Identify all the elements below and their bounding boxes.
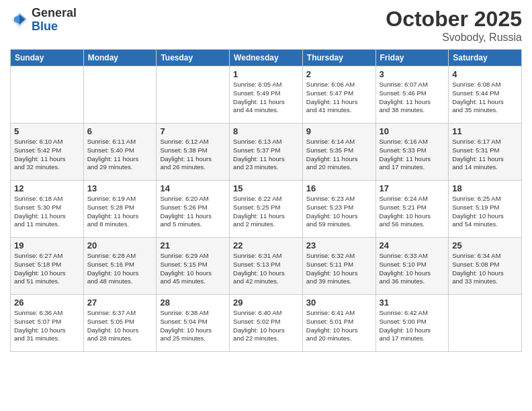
table-row: 20Sunrise: 6:28 AM Sunset: 5:16 PM Dayli… [83, 238, 157, 295]
day-info: Sunrise: 6:17 AM Sunset: 5:31 PM Dayligh… [452, 138, 518, 172]
location-subtitle: Svobody, Russia [386, 32, 522, 44]
day-number: 22 [233, 240, 299, 250]
calendar-week-row: 12Sunrise: 6:18 AM Sunset: 5:30 PM Dayli… [11, 181, 522, 238]
calendar-header-row: Sunday Monday Tuesday Wednesday Thursday… [11, 50, 522, 66]
calendar-week-row: 5Sunrise: 6:10 AM Sunset: 5:42 PM Daylig… [11, 124, 522, 181]
col-friday: Friday [375, 50, 449, 66]
table-row: 9Sunrise: 6:14 AM Sunset: 5:35 PM Daylig… [302, 124, 375, 181]
calendar-table: Sunday Monday Tuesday Wednesday Thursday… [10, 49, 522, 352]
day-info: Sunrise: 6:12 AM Sunset: 5:38 PM Dayligh… [160, 138, 226, 172]
table-row: 21Sunrise: 6:29 AM Sunset: 5:15 PM Dayli… [157, 238, 230, 295]
day-number: 23 [306, 240, 372, 250]
table-row: 24Sunrise: 6:33 AM Sunset: 5:10 PM Dayli… [375, 238, 449, 295]
day-info: Sunrise: 6:32 AM Sunset: 5:11 PM Dayligh… [306, 252, 372, 286]
day-info: Sunrise: 6:41 AM Sunset: 5:01 PM Dayligh… [306, 309, 372, 343]
day-number: 3 [380, 69, 445, 79]
day-info: Sunrise: 6:07 AM Sunset: 5:46 PM Dayligh… [380, 81, 445, 115]
table-row: 26Sunrise: 6:36 AM Sunset: 5:07 PM Dayli… [11, 295, 84, 352]
day-number: 15 [233, 183, 299, 193]
day-info: Sunrise: 6:42 AM Sunset: 5:00 PM Dayligh… [380, 309, 445, 343]
table-row: 2Sunrise: 6:06 AM Sunset: 5:47 PM Daylig… [302, 66, 375, 124]
table-row [11, 66, 84, 124]
day-info: Sunrise: 6:22 AM Sunset: 5:25 PM Dayligh… [233, 195, 299, 229]
day-number: 31 [380, 298, 445, 308]
day-number: 24 [380, 240, 445, 250]
day-info: Sunrise: 6:25 AM Sunset: 5:19 PM Dayligh… [452, 195, 518, 229]
day-info: Sunrise: 6:33 AM Sunset: 5:10 PM Dayligh… [380, 252, 445, 286]
day-info: Sunrise: 6:05 AM Sunset: 5:49 PM Dayligh… [233, 81, 299, 115]
logo-text: General Blue [32, 7, 77, 34]
day-info: Sunrise: 6:14 AM Sunset: 5:35 PM Dayligh… [306, 138, 372, 172]
day-info: Sunrise: 6:29 AM Sunset: 5:15 PM Dayligh… [160, 252, 226, 286]
day-info: Sunrise: 6:08 AM Sunset: 5:44 PM Dayligh… [452, 81, 518, 115]
col-monday: Monday [83, 50, 157, 66]
day-number: 13 [87, 183, 153, 193]
day-info: Sunrise: 6:10 AM Sunset: 5:42 PM Dayligh… [14, 138, 80, 172]
logo-blue: Blue [32, 20, 77, 34]
col-thursday: Thursday [302, 50, 375, 66]
table-row: 12Sunrise: 6:18 AM Sunset: 5:30 PM Dayli… [11, 181, 84, 238]
table-row: 1Sunrise: 6:05 AM Sunset: 5:49 PM Daylig… [230, 66, 303, 124]
day-number: 9 [306, 126, 372, 136]
table-row: 15Sunrise: 6:22 AM Sunset: 5:25 PM Dayli… [230, 181, 303, 238]
col-tuesday: Tuesday [157, 50, 230, 66]
table-row: 27Sunrise: 6:37 AM Sunset: 5:05 PM Dayli… [83, 295, 157, 352]
table-row: 11Sunrise: 6:17 AM Sunset: 5:31 PM Dayli… [449, 124, 522, 181]
day-number: 26 [14, 298, 80, 308]
day-number: 21 [160, 240, 226, 250]
calendar-week-row: 26Sunrise: 6:36 AM Sunset: 5:07 PM Dayli… [11, 295, 522, 352]
title-block: October 2025 Svobody, Russia [386, 7, 522, 44]
day-info: Sunrise: 6:28 AM Sunset: 5:16 PM Dayligh… [87, 252, 153, 286]
day-number: 7 [160, 126, 226, 136]
day-number: 10 [380, 126, 445, 136]
day-info: Sunrise: 6:18 AM Sunset: 5:30 PM Dayligh… [14, 195, 80, 229]
day-info: Sunrise: 6:06 AM Sunset: 5:47 PM Dayligh… [306, 81, 372, 115]
table-row: 8Sunrise: 6:13 AM Sunset: 5:37 PM Daylig… [230, 124, 303, 181]
table-row: 3Sunrise: 6:07 AM Sunset: 5:46 PM Daylig… [375, 66, 449, 124]
table-row [157, 66, 230, 124]
day-number: 16 [306, 183, 372, 193]
table-row: 28Sunrise: 6:38 AM Sunset: 5:04 PM Dayli… [157, 295, 230, 352]
table-row: 19Sunrise: 6:27 AM Sunset: 5:18 PM Dayli… [11, 238, 84, 295]
day-info: Sunrise: 6:19 AM Sunset: 5:28 PM Dayligh… [87, 195, 153, 229]
table-row: 18Sunrise: 6:25 AM Sunset: 5:19 PM Dayli… [449, 181, 522, 238]
page-container: General Blue October 2025 Svobody, Russi… [0, 0, 532, 359]
table-row: 30Sunrise: 6:41 AM Sunset: 5:01 PM Dayli… [302, 295, 375, 352]
day-info: Sunrise: 6:38 AM Sunset: 5:04 PM Dayligh… [160, 309, 226, 343]
day-info: Sunrise: 6:20 AM Sunset: 5:26 PM Dayligh… [160, 195, 226, 229]
table-row: 25Sunrise: 6:34 AM Sunset: 5:08 PM Dayli… [449, 238, 522, 295]
table-row: 13Sunrise: 6:19 AM Sunset: 5:28 PM Dayli… [83, 181, 157, 238]
day-info: Sunrise: 6:36 AM Sunset: 5:07 PM Dayligh… [14, 309, 80, 343]
day-number: 6 [87, 126, 153, 136]
logo-general: General [32, 7, 77, 20]
table-row [83, 66, 157, 124]
day-number: 14 [160, 183, 226, 193]
col-sunday: Sunday [11, 50, 84, 66]
table-row: 23Sunrise: 6:32 AM Sunset: 5:11 PM Dayli… [302, 238, 375, 295]
day-info: Sunrise: 6:31 AM Sunset: 5:13 PM Dayligh… [233, 252, 299, 286]
day-info: Sunrise: 6:13 AM Sunset: 5:37 PM Dayligh… [233, 138, 299, 172]
day-number: 8 [233, 126, 299, 136]
day-info: Sunrise: 6:24 AM Sunset: 5:21 PM Dayligh… [380, 195, 445, 229]
table-row: 10Sunrise: 6:16 AM Sunset: 5:33 PM Dayli… [375, 124, 449, 181]
day-number: 1 [233, 69, 299, 79]
day-info: Sunrise: 6:27 AM Sunset: 5:18 PM Dayligh… [14, 252, 80, 286]
header: General Blue October 2025 Svobody, Russi… [10, 7, 522, 44]
day-number: 2 [306, 69, 372, 79]
table-row: 16Sunrise: 6:23 AM Sunset: 5:23 PM Dayli… [302, 181, 375, 238]
day-number: 4 [452, 69, 518, 79]
day-number: 27 [87, 298, 153, 308]
day-info: Sunrise: 6:37 AM Sunset: 5:05 PM Dayligh… [87, 309, 153, 343]
day-number: 12 [14, 183, 80, 193]
calendar-week-row: 19Sunrise: 6:27 AM Sunset: 5:18 PM Dayli… [11, 238, 522, 295]
day-number: 17 [380, 183, 445, 193]
logo: General Blue [10, 7, 77, 34]
table-row: 7Sunrise: 6:12 AM Sunset: 5:38 PM Daylig… [157, 124, 230, 181]
table-row: 4Sunrise: 6:08 AM Sunset: 5:44 PM Daylig… [449, 66, 522, 124]
day-number: 29 [233, 298, 299, 308]
day-number: 25 [452, 240, 518, 250]
table-row: 14Sunrise: 6:20 AM Sunset: 5:26 PM Dayli… [157, 181, 230, 238]
day-info: Sunrise: 6:40 AM Sunset: 5:02 PM Dayligh… [233, 309, 299, 343]
logo-icon [10, 11, 29, 30]
day-info: Sunrise: 6:16 AM Sunset: 5:33 PM Dayligh… [380, 138, 445, 172]
